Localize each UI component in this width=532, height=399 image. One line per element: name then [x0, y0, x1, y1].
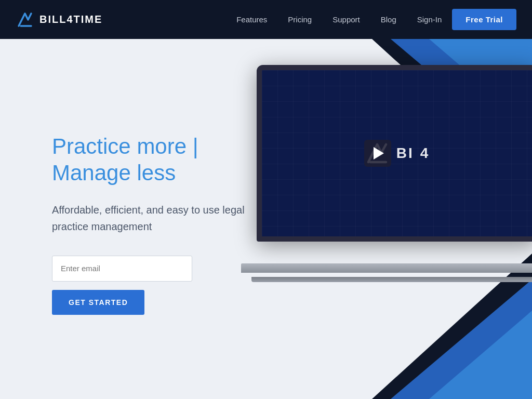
hero-content: Practice more | Manage less Affordable, …	[0, 123, 249, 315]
webcam-dot	[395, 67, 398, 70]
nav-link-features[interactable]: Features	[236, 15, 267, 24]
hero-section: Practice more | Manage less Affordable, …	[0, 39, 532, 399]
logo-text: BILL4TIME	[39, 14, 102, 25]
hero-subtext: Affordable, efficient, and easy to use l…	[52, 202, 249, 235]
nav-item-support[interactable]: Support	[332, 15, 360, 24]
laptop-base	[241, 263, 532, 273]
nav-item-signin[interactable]: Sign-In	[417, 15, 442, 24]
nav-link-blog[interactable]: Blog	[381, 15, 396, 24]
nav-link-support[interactable]: Support	[332, 15, 360, 24]
free-trial-button[interactable]: Free Trial	[452, 9, 516, 30]
screen-logo-suffix: 4	[420, 145, 430, 162]
nav-item-pricing[interactable]: Pricing	[288, 15, 312, 24]
hero-headline: Practice more | Manage less	[52, 134, 249, 186]
logo[interactable]: BILL4TIME	[16, 10, 102, 29]
get-started-button[interactable]: GET STARTED	[52, 290, 144, 315]
nav-link-pricing[interactable]: Pricing	[288, 15, 312, 24]
nav-link-signin[interactable]: Sign-In	[417, 15, 442, 24]
nav-links: Features Pricing Support Blog Sign-In	[236, 15, 442, 24]
screen-logo: BI 4	[364, 140, 430, 166]
play-icon	[374, 147, 384, 159]
laptop-bottom	[251, 277, 532, 282]
screen-logo-text: BI	[396, 145, 414, 162]
play-button[interactable]	[364, 140, 391, 167]
laptop-mockup: BI 4	[241, 65, 532, 325]
navbar: BILL4TIME Features Pricing Support Blog …	[0, 0, 532, 39]
logo-icon	[16, 10, 34, 29]
laptop-screen: BI 4	[257, 65, 532, 242]
nav-item-features[interactable]: Features	[236, 15, 267, 24]
screen-content: BI 4	[262, 70, 532, 236]
email-input[interactable]	[52, 256, 192, 282]
nav-item-blog[interactable]: Blog	[381, 15, 396, 24]
